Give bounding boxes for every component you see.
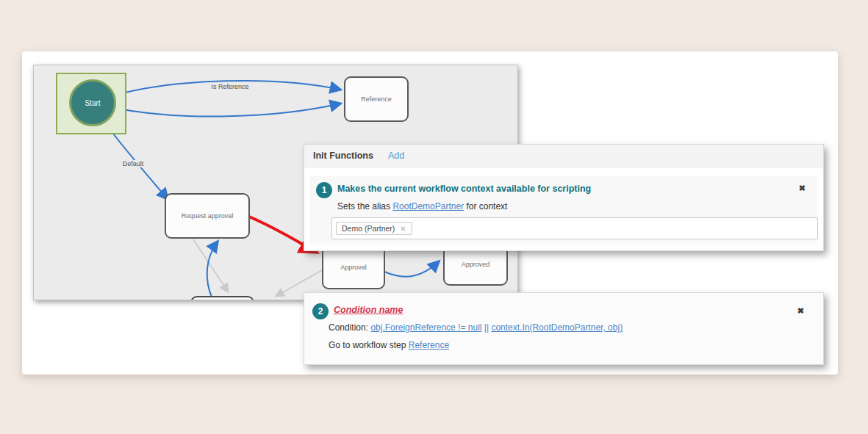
add-button[interactable]: Add — [388, 151, 404, 161]
alias-link[interactable]: RootDemoPartner — [392, 201, 464, 211]
condition-expression-row: Condition: obj.ForeignReference != null … — [329, 322, 623, 333]
alias-prefix: Sets the alias — [337, 201, 392, 211]
node-request-approval[interactable]: Request approval — [165, 193, 250, 239]
condition-expression-link-1[interactable]: obj.ForeignReference != null — [370, 322, 481, 333]
condition-expression-link-2[interactable]: context.In(RootDemoPartner, obj) — [491, 322, 623, 333]
node-cutoff-bottom[interactable] — [190, 296, 254, 300]
context-tag-label: Demo (Partner) — [342, 224, 395, 233]
goto-step-link[interactable]: Reference — [409, 340, 449, 350]
init-functions-header: Init Functions Add — [304, 145, 823, 167]
alias-row: Sets the alias RootDemoPartner for conte… — [337, 201, 507, 211]
condition-number-badge: 2 — [312, 303, 329, 319]
item-number-badge: 1 — [316, 182, 332, 198]
edge-label-default: Default — [116, 160, 150, 167]
node-start[interactable]: Start — [69, 79, 116, 126]
condition-separator: || — [481, 322, 491, 333]
context-tag[interactable]: Demo (Partner) ✕ — [336, 222, 412, 235]
panel-title: Init Functions — [313, 151, 373, 161]
condition-label: Condition: — [329, 322, 370, 333]
condition-panel: 2 Condition name ✖ Condition: obj.Foreig… — [304, 292, 824, 365]
init-function-title: Makes the current workflow context avail… — [337, 184, 591, 194]
goto-step-row: Go to workflow step Reference — [329, 340, 449, 350]
goto-prefix: Go to workflow step — [329, 340, 409, 350]
edge-label-is-reference: Is Reference — [201, 83, 259, 90]
tag-remove-icon[interactable]: ✕ — [400, 225, 406, 233]
init-functions-panel: Init Functions Add 1 Makes the current w… — [304, 144, 824, 251]
node-approval[interactable]: Approval — [322, 245, 385, 289]
close-icon[interactable]: ✖ — [797, 306, 804, 316]
alias-suffix: for context — [464, 201, 507, 211]
close-icon[interactable]: ✖ — [799, 184, 806, 193]
init-function-item: 1 Makes the current workflow context ava… — [310, 176, 817, 245]
context-tag-input[interactable]: Demo (Partner) ✕ — [331, 217, 818, 239]
application-window: Start Reference Request approval Approva… — [0, 0, 868, 434]
node-reference[interactable]: Reference — [344, 76, 409, 122]
condition-name-link[interactable]: Condition name — [334, 305, 403, 315]
